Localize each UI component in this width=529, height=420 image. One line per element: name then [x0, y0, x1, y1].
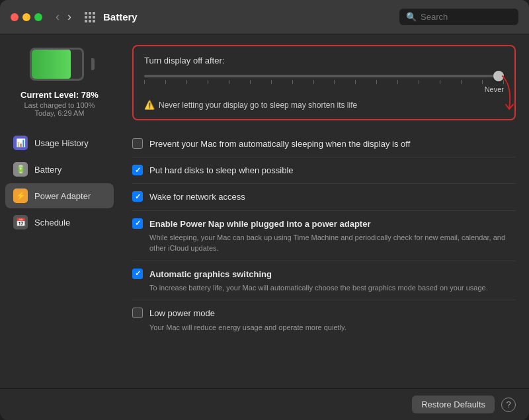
display-off-section: Turn display off after: Never: [132, 45, 516, 120]
option-item-auto-graphics: Automatic graphics switching To increase…: [132, 261, 516, 301]
option-label-power-nap: Enable Power Nap while plugged into a po…: [149, 219, 370, 229]
option-label-wake-network: Wake for network access: [149, 192, 245, 202]
option-item-power-nap: Enable Power Nap while plugged into a po…: [132, 211, 516, 261]
option-label-low-power: Low power mode: [149, 308, 215, 318]
grid-icon[interactable]: [85, 12, 95, 22]
option-item-prevent-sleep: Prevent your Mac from automatically slee…: [132, 131, 516, 157]
slider-container: Never: [144, 75, 504, 93]
option-row-auto-graphics: Automatic graphics switching To increase…: [132, 268, 516, 294]
option-text-low-power: Low power mode Your Mac will reduce ener…: [149, 307, 516, 333]
window-title: Battery: [103, 11, 391, 22]
battery-nav-icon: 🔋: [13, 162, 28, 177]
option-row-hard-disks: Put hard disks to sleep when possible: [132, 164, 516, 177]
warning-icon: ⚠️: [144, 100, 155, 110]
maximize-button[interactable]: [34, 13, 42, 21]
charged-time: Today, 6:29 AM: [20, 109, 99, 117]
options-list: Prevent your Mac from automatically slee…: [132, 131, 516, 339]
panel: Turn display off after: Never: [119, 34, 529, 388]
help-button[interactable]: ?: [501, 398, 516, 412]
slider-labels: Never: [144, 85, 504, 93]
battery-level: Current Level: 78%: [20, 90, 99, 100]
option-text-hard-disks: Put hard disks to sleep when possible: [149, 164, 516, 177]
restore-defaults-button[interactable]: Restore Defaults: [412, 396, 495, 413]
search-input[interactable]: [421, 12, 507, 22]
sidebar: Current Level: 78% Last charged to 100% …: [0, 34, 119, 388]
option-text-wake-network: Wake for network access: [149, 190, 516, 203]
slider-ticks: [144, 80, 504, 84]
usage-history-label: Usage History: [34, 138, 89, 148]
option-text-auto-graphics: Automatic graphics switching To increase…: [149, 268, 516, 294]
forward-button[interactable]: ›: [65, 9, 74, 25]
option-row-power-nap: Enable Power Nap while plugged into a po…: [132, 218, 516, 254]
option-item-low-power: Low power mode Your Mac will reduce ener…: [132, 300, 516, 339]
option-item-wake-network: Wake for network access: [132, 184, 516, 210]
titlebar: ‹ › Battery 🔍: [0, 0, 529, 34]
battery-info: Current Level: 78% Last charged to 100% …: [20, 90, 99, 117]
sidebar-item-schedule[interactable]: 📅 Schedule: [5, 210, 114, 235]
power-adapter-label: Power Adapter: [34, 191, 91, 201]
search-box[interactable]: 🔍: [399, 9, 518, 25]
main-content: Current Level: 78% Last charged to 100% …: [0, 34, 529, 388]
slider-track[interactable]: [144, 75, 504, 77]
option-row-low-power: Low power mode Your Mac will reduce ener…: [132, 307, 516, 333]
option-label-hard-disks: Put hard disks to sleep when possible: [149, 165, 294, 175]
back-button[interactable]: ‹: [53, 9, 62, 25]
battery-label: Battery: [34, 165, 61, 175]
checkbox-wake-network[interactable]: [132, 191, 143, 202]
search-icon: 🔍: [406, 12, 417, 22]
warning-row: ⚠️ Never letting your display go to slee…: [144, 100, 504, 110]
warning-text: Never letting your display go to sleep m…: [159, 101, 357, 110]
option-desc-auto-graphics: To increase battery life, your Mac will …: [149, 282, 516, 294]
slider-thumb[interactable]: [493, 71, 504, 81]
checkbox-hard-disks[interactable]: [132, 165, 143, 175]
option-item-hard-disks: Put hard disks to sleep when possible: [132, 157, 516, 184]
option-desc-power-nap: While sleeping, your Mac can back up usi…: [149, 232, 516, 254]
nav-arrows: ‹ ›: [53, 9, 74, 25]
option-desc-low-power: Your Mac will reduce energy usage and op…: [149, 322, 516, 333]
display-section-title: Turn display off after:: [144, 56, 504, 65]
sidebar-item-usage-history[interactable]: 📊 Usage History: [5, 130, 114, 155]
schedule-icon: 📅: [13, 215, 28, 230]
bottom-bar: Restore Defaults ?: [0, 388, 529, 420]
power-adapter-icon: ⚡: [13, 189, 28, 203]
schedule-label: Schedule: [34, 218, 70, 228]
sidebar-item-power-adapter[interactable]: ⚡ Power Adapter: [5, 183, 114, 208]
sidebar-nav: 📊 Usage History 🔋 Battery ⚡ Power Adapte…: [0, 130, 119, 236]
last-charged: Last charged to 100%: [20, 101, 99, 109]
checkbox-low-power[interactable]: [132, 308, 143, 318]
usage-history-icon: 📊: [13, 136, 28, 150]
option-row-prevent-sleep: Prevent your Mac from automatically slee…: [132, 138, 516, 150]
checkbox-power-nap[interactable]: [132, 218, 143, 229]
minimize-button[interactable]: [22, 13, 30, 21]
option-label-auto-graphics: Automatic graphics switching: [149, 269, 272, 279]
checkbox-prevent-sleep[interactable]: [132, 138, 143, 149]
battery-icon-container: [30, 48, 89, 81]
option-label-prevent-sleep: Prevent your Mac from automatically slee…: [149, 139, 410, 149]
option-text-power-nap: Enable Power Nap while plugged into a po…: [149, 218, 516, 254]
option-text-prevent-sleep: Prevent your Mac from automatically slee…: [149, 138, 516, 150]
traffic-lights: [11, 13, 42, 21]
checkbox-auto-graphics[interactable]: [132, 269, 143, 279]
battery-icon: [30, 48, 89, 81]
sidebar-item-battery[interactable]: 🔋 Battery: [5, 157, 114, 182]
option-row-wake-network: Wake for network access: [132, 190, 516, 203]
close-button[interactable]: [11, 13, 19, 21]
main-window: ‹ › Battery 🔍 Cur: [0, 0, 529, 420]
slider-label-never: Never: [485, 85, 504, 93]
